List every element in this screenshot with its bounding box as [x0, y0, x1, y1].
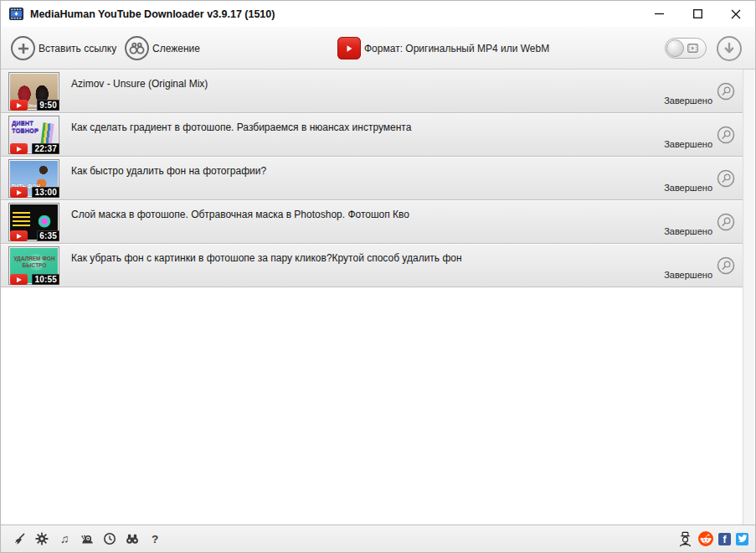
format-label: Формат: Оригинальный MP4 или WebM: [364, 43, 549, 54]
twitter-bird-icon: [738, 535, 748, 543]
video-title: Как убрать фон с картинки в фотошопе за …: [71, 252, 462, 264]
download-item-row[interactable]: УДАЛЯЕМ ФОН БЫСТРО 10:55 Как убрать фон …: [1, 244, 743, 287]
paste-link-button[interactable]: Вставить ссылку: [11, 27, 116, 70]
share-links: f: [676, 525, 748, 552]
youtube-icon: [337, 37, 361, 59]
status-label: Завершено: [664, 139, 712, 149]
duration-badge: 9:50: [37, 100, 59, 111]
binoculars-watch-button[interactable]: [126, 532, 139, 545]
itunes-music-button[interactable]: ♫: [58, 532, 71, 545]
minimize-button[interactable]: [640, 1, 678, 27]
status-bar: ♫: [1, 525, 755, 552]
window-title: MediaHuman YouTube Downloader v3.9.17 (1…: [30, 8, 275, 20]
youtube-play-icon: [10, 143, 28, 154]
close-icon: [731, 9, 741, 19]
app-window: MediaHuman YouTube Downloader v3.9.17 (1…: [0, 0, 756, 553]
youtube-play-icon: [10, 230, 28, 241]
status-label: Завершено: [664, 183, 712, 193]
paste-link-label: Вставить ссылку: [39, 43, 116, 54]
settings-gear-button[interactable]: [35, 532, 49, 545]
video-thumbnail: 6:35: [8, 203, 59, 241]
duration-badge: 13:00: [32, 187, 59, 198]
film-frame-icon: [687, 44, 698, 53]
maximize-icon: [693, 9, 702, 18]
clock-schedule-button[interactable]: [103, 532, 116, 545]
youtube-play-icon: [10, 274, 28, 285]
reveal-file-icon[interactable]: [717, 126, 735, 144]
snail-speed-button[interactable]: [80, 532, 94, 545]
download-list: Unsur 9:50 Azimov - Unsure (Original Mix…: [1, 70, 743, 287]
scrollbar-track[interactable]: [743, 70, 754, 525]
download-item-row[interactable]: Unsur 9:50 Azimov - Unsure (Original Mix…: [1, 70, 743, 113]
minimize-icon: [655, 9, 664, 18]
reveal-file-icon[interactable]: [717, 256, 735, 275]
status-label: Завершено: [664, 226, 712, 236]
reveal-file-icon[interactable]: [717, 82, 735, 101]
status-label: Завершено: [664, 270, 712, 280]
reddit-share-button[interactable]: [698, 531, 713, 546]
statusbar-tools: ♫: [13, 525, 162, 552]
video-thumbnail: ЛИТЬ ФОН 13:00: [8, 159, 59, 198]
download-item-row[interactable]: 6:35 Слой маска в фотошопе. Обтравочная …: [1, 200, 743, 244]
video-title: Как сделать градиент в фотошопе. Разбира…: [71, 121, 411, 133]
video-title: Как быстро удалить фон на фотографии?: [71, 165, 266, 177]
binoculars-icon: [125, 36, 149, 60]
watch-label: Слежение: [152, 43, 200, 54]
main-toolbar: Вставить ссылку Слежение Формат: Оригина…: [1, 27, 755, 70]
youtube-play-icon: [10, 100, 28, 111]
thumbnail-caption: ДИЕНТ ТОВНОР: [12, 119, 42, 134]
close-button[interactable]: [717, 1, 755, 27]
watch-button[interactable]: Слежение: [125, 27, 200, 70]
title-bar: MediaHuman YouTube Downloader v3.9.17 (1…: [1, 1, 755, 27]
duration-badge: 6:35: [37, 230, 59, 241]
thumbnail-caption: УДАЛЯЕМ ФОН БЫСТРО: [13, 256, 56, 269]
duration-badge: 10:55: [32, 274, 59, 285]
plus-icon: [11, 36, 35, 60]
video-title: Azimov - Unsure (Original Mix): [71, 78, 208, 90]
format-selector[interactable]: Формат: Оригинальный MP4 или WebM: [337, 27, 549, 70]
app-icon: [9, 8, 23, 20]
help-button[interactable]: ?: [148, 532, 162, 545]
reveal-file-icon[interactable]: [717, 213, 735, 231]
download-item-row[interactable]: ДИЕНТ ТОВНОР 22:37 Как сделать градиент …: [1, 113, 743, 157]
twitter-share-button[interactable]: [736, 533, 748, 545]
download-arrow-icon: [723, 42, 736, 55]
habr-share-button[interactable]: [676, 530, 693, 547]
status-label: Завершено: [664, 96, 712, 106]
facebook-share-button[interactable]: f: [718, 533, 731, 545]
video-thumbnail: ДИЕНТ ТОВНОР 22:37: [8, 116, 59, 154]
youtube-play-icon: [10, 187, 28, 198]
video-thumbnail: УДАЛЯЕМ ФОН БЫСТРО 10:55: [8, 246, 59, 285]
download-all-button[interactable]: [717, 36, 742, 61]
toggle-knob: [666, 39, 684, 57]
video-title: Слой маска в фотошопе. Обтравочная маска…: [71, 209, 409, 220]
download-item-row[interactable]: ЛИТЬ ФОН 13:00 Как быстро удалить фон на…: [1, 157, 743, 200]
duration-badge: 22:37: [32, 143, 59, 154]
cleanup-broom-button[interactable]: [13, 532, 26, 545]
maximize-button[interactable]: [678, 1, 717, 27]
video-thumbnail: Unsur 9:50: [8, 72, 59, 111]
video-mode-toggle[interactable]: [665, 38, 707, 59]
reveal-file-icon[interactable]: [717, 169, 735, 188]
